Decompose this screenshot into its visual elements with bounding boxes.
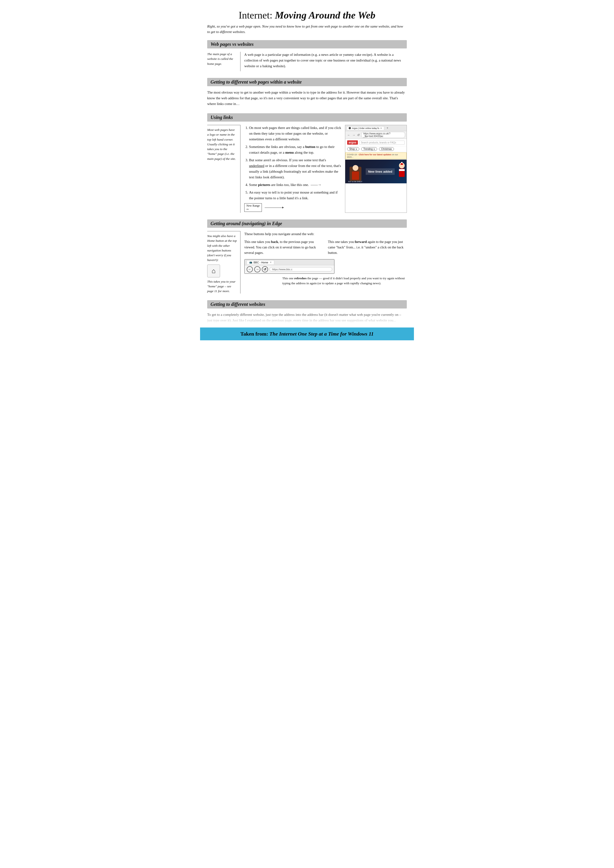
edge-tab-row: 📺 BBC - Home ✕ bbox=[245, 260, 334, 265]
edge-close-button[interactable]: ✕ bbox=[270, 261, 272, 264]
browser-tab: 🅐 Argos | Order online today fo ✕ bbox=[347, 126, 384, 130]
back-nav-button[interactable]: ← bbox=[347, 133, 351, 137]
list-item: An easy way to tell is to point your mou… bbox=[249, 189, 341, 201]
page-title: Internet: Moving Around the Web bbox=[207, 9, 407, 21]
reload-nav-button[interactable]: ↺ bbox=[357, 133, 360, 137]
argos-nav: Shop ∨ Trending ∨ Christmas bbox=[345, 146, 407, 152]
refresh-description: This one refreshes the page — good if it… bbox=[282, 276, 407, 286]
argos-header: argos Search products, brands or FAQs bbox=[345, 139, 407, 146]
covid-link[interactable]: Click here for our latest updates bbox=[359, 153, 392, 156]
nav-columns: This one takes you back, to the previous… bbox=[244, 239, 407, 256]
links-list: On most web pages there are things calle… bbox=[244, 125, 341, 201]
navigating-intro: These buttons help you navigate around t… bbox=[244, 231, 407, 237]
browser-tab-bar: 🅐 Argos | Order online today fo ✕ + bbox=[345, 125, 407, 131]
footer-banner: Taken from: The Internet One Step at a T… bbox=[200, 327, 414, 340]
edge-browser-area: 📺 BBC - Home ✕ ← → ↺ https://www.bbc.c bbox=[244, 259, 407, 286]
pictures-bold: pictures bbox=[258, 183, 270, 187]
edge-tab: 📺 BBC - Home ✕ bbox=[247, 260, 274, 264]
new-range-arrow bbox=[265, 208, 284, 208]
different-pages-section: Getting to different web pages within a … bbox=[207, 78, 407, 107]
list-item: But some aren't as obvious. If you see s… bbox=[249, 157, 341, 180]
svg-rect-2 bbox=[352, 172, 359, 180]
argos-logo: argos bbox=[347, 140, 358, 145]
browser-screenshot: 🅐 Argos | Order online today fo ✕ + ← → … bbox=[345, 125, 407, 213]
navigating-sidebar-note: You might also have a Home button at the… bbox=[207, 234, 237, 263]
back-circle-button[interactable]: ← bbox=[247, 266, 253, 273]
footer-prefix: Taken from: bbox=[241, 331, 269, 337]
home-button-image: ⌂ bbox=[207, 265, 220, 277]
title-em: Moving Around the Web bbox=[275, 10, 375, 21]
button-bold: button bbox=[305, 145, 316, 149]
refreshes-bold: refreshes bbox=[294, 276, 306, 280]
elf-svg: ELF on the SHELF bbox=[347, 164, 364, 183]
navigating-main: These buttons help you navigate around t… bbox=[244, 231, 407, 293]
edge-browser-bar: 📺 BBC - Home ✕ ← → ↺ https://www.bbc.c bbox=[244, 259, 334, 274]
underlined-text: underlined bbox=[249, 164, 264, 167]
list-item: On most web pages there are things calle… bbox=[249, 125, 341, 142]
webpages-sidebar-note: The main page of a website is called the… bbox=[207, 52, 241, 71]
shop-nav-item[interactable]: Shop ∨ bbox=[347, 147, 359, 151]
diff-websites-body: To get to a completely different website… bbox=[207, 312, 407, 323]
new-tab-button[interactable]: + bbox=[385, 126, 390, 130]
argos-search-input[interactable]: Search products, brands or FAQs bbox=[359, 141, 405, 145]
address-bar[interactable]: https://www.argos.co.uk/?_$ja=tsid:30433… bbox=[361, 132, 405, 138]
webpages-body-text: A web page is a particular page of infor… bbox=[244, 52, 407, 69]
webpages-vs-websites-content: The main page of a website is called the… bbox=[207, 52, 407, 71]
webpages-vs-websites-body: A web page is a particular page of infor… bbox=[244, 52, 407, 71]
tab-label: Argos | Order online today fo bbox=[352, 127, 379, 129]
using-links-main: On most web pages there are things calle… bbox=[244, 125, 407, 213]
links-text: On most web pages there are things calle… bbox=[244, 125, 341, 213]
back-bold: back bbox=[271, 240, 278, 244]
forward-bold: forward bbox=[355, 240, 367, 244]
browser-nav-bar: ← → ↺ https://www.argos.co.uk/?_$ja=tsid… bbox=[345, 131, 407, 139]
list-item: Some pictures are links too, like this o… bbox=[249, 182, 341, 188]
forward-circle-button[interactable]: → bbox=[254, 266, 260, 273]
edge-address-bar[interactable]: https://www.bbc.c bbox=[269, 267, 332, 271]
arrow-right: ——→ bbox=[311, 183, 322, 187]
navigating-heading: Getting around (navigating) in Edge bbox=[207, 219, 407, 228]
elf-illustration: ELF on the SHELF bbox=[347, 162, 364, 183]
trending-nav-item[interactable]: Trending ∨ bbox=[361, 147, 377, 151]
argos-hero-image: ELF on the SHELF New lines added bbox=[345, 160, 407, 183]
diff-websites-body-wrapper: To get to a completely different website… bbox=[207, 312, 407, 323]
navigating-section: Getting around (navigating) in Edge You … bbox=[207, 219, 407, 293]
svg-rect-6 bbox=[399, 169, 405, 171]
favicon-icon: 🅐 bbox=[349, 127, 351, 129]
edge-tab-icon: 📺 bbox=[249, 261, 252, 264]
list-item: Sometimes the links are obvious, say a b… bbox=[249, 144, 341, 155]
footer-title: The Internet One Step at a Time for Wind… bbox=[269, 331, 374, 337]
covid-banner: COVID-19 - Click here for our latest upd… bbox=[345, 152, 407, 159]
using-links-heading: Using links bbox=[207, 113, 407, 122]
nav-back-col: This one takes you back, to the previous… bbox=[244, 239, 323, 256]
edge-tab-label: BBC - Home bbox=[253, 261, 268, 264]
new-lines-badge: New lines added bbox=[366, 168, 395, 175]
navigating-content: You might also have a Home button at the… bbox=[207, 231, 407, 293]
webpages-vs-websites-section: Web pages vs websites The main page of a… bbox=[207, 40, 407, 71]
christmas-nav-item[interactable]: Christmas bbox=[379, 147, 394, 151]
diff-websites-heading: Getting to different websites bbox=[207, 300, 407, 308]
page-subtitle: Right, so you've got a web page open. No… bbox=[207, 24, 407, 34]
diff-websites-section: Getting to different websites To get to … bbox=[207, 300, 407, 323]
navigating-sidebar: You might also have a Home button at the… bbox=[207, 231, 241, 293]
nav-forward-col: This one takes you forward again to the … bbox=[328, 239, 407, 256]
svg-text:ELF on the SHELF: ELF on the SHELF bbox=[348, 181, 362, 182]
links-content-row: On most web pages there are things calle… bbox=[244, 125, 407, 213]
close-icon: ✕ bbox=[380, 127, 382, 129]
new-range-box: New Range ⇦ bbox=[244, 203, 262, 212]
using-links-content: Most web pages have a logo or name in th… bbox=[207, 125, 407, 213]
refresh-circle-button[interactable]: ↺ bbox=[262, 266, 268, 273]
forward-nav-button[interactable]: → bbox=[352, 133, 356, 137]
santa-illustration bbox=[397, 162, 407, 181]
svg-point-1 bbox=[353, 165, 358, 171]
new-range-annotation: New Range ⇦ bbox=[244, 203, 341, 212]
different-pages-body: The most obvious way to get to another w… bbox=[207, 90, 407, 107]
webpages-vs-websites-heading: Web pages vs websites bbox=[207, 40, 407, 48]
using-links-section: Using links Most web pages have a logo o… bbox=[207, 113, 407, 213]
edge-nav-row: ← → ↺ https://www.bbc.c bbox=[245, 265, 334, 273]
title-prefix: Internet: bbox=[239, 10, 275, 21]
navigating-sidebar-note2: This takes you to your "home" page – see… bbox=[207, 279, 237, 294]
menu-bold: menu bbox=[285, 150, 294, 154]
using-links-sidebar-note: Most web pages have a logo or name in th… bbox=[207, 125, 241, 213]
different-pages-heading: Getting to different web pages within a … bbox=[207, 78, 407, 86]
